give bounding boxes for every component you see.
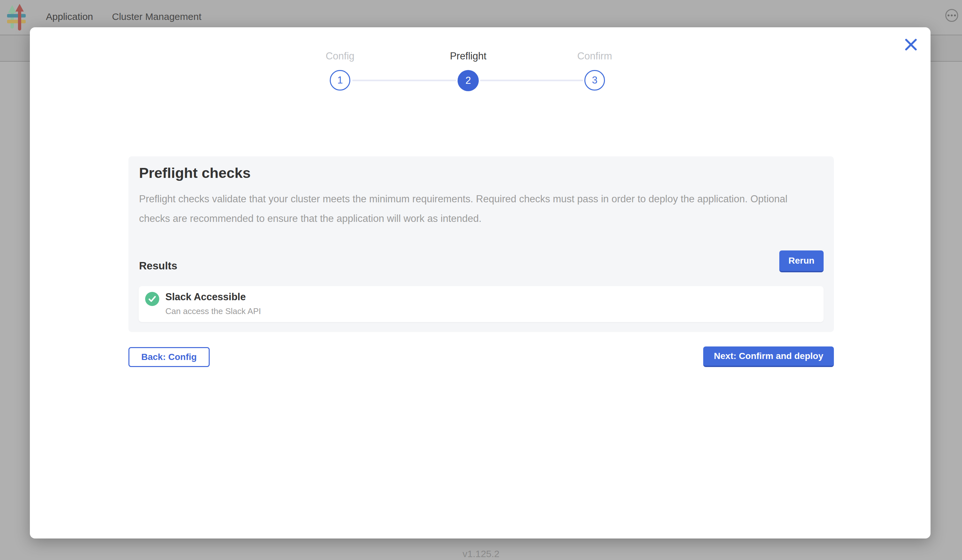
step-circle-config: 1 xyxy=(330,70,350,90)
ellipsis-dot xyxy=(951,15,953,16)
step-circle-preflight: 2 xyxy=(458,70,479,91)
ellipsis-dot xyxy=(954,15,956,16)
step-connector-line xyxy=(480,80,583,81)
app-logo-arrows-icon xyxy=(7,3,26,32)
close-icon[interactable] xyxy=(902,36,919,53)
preflight-wizard-modal: Config Preflight Confirm 1 2 3 Preflight… xyxy=(30,27,931,539)
card-title: Preflight checks xyxy=(139,165,251,181)
step-circle-confirm: 3 xyxy=(584,70,605,90)
step-connector-line xyxy=(352,80,456,81)
nav-tab-application[interactable]: Application xyxy=(46,11,93,22)
step-label-confirm: Confirm xyxy=(547,50,643,62)
ellipsis-dot xyxy=(947,15,949,16)
result-title: Slack Accessible xyxy=(165,291,245,303)
next-confirm-deploy-button[interactable]: Next: Confirm and deploy xyxy=(703,347,834,367)
preflight-result-row: Slack Accessible Can access the Slack AP… xyxy=(139,286,823,322)
step-label-config: Config xyxy=(292,50,388,62)
check-circle-icon xyxy=(145,292,159,306)
nav-tab-cluster-management[interactable]: Cluster Management xyxy=(112,11,201,22)
card-description: Preflight checks validate that your clus… xyxy=(139,189,809,228)
result-description: Can access the Slack API xyxy=(165,306,261,316)
step-label-preflight: Preflight xyxy=(420,50,517,62)
ellipsis-icon[interactable] xyxy=(945,9,958,22)
results-heading: Results xyxy=(139,260,177,272)
preflight-checks-card: Preflight checks Preflight checks valida… xyxy=(128,157,834,332)
app-version-text: v1.125.2 xyxy=(0,549,962,559)
rerun-button[interactable]: Rerun xyxy=(779,250,823,272)
back-config-button[interactable]: Back: Config xyxy=(128,347,210,367)
